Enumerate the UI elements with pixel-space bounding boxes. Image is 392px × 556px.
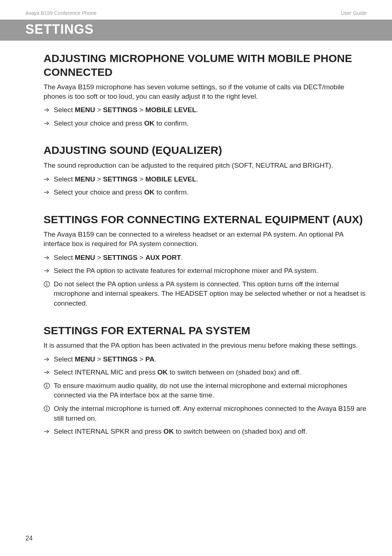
list-item: Select your choice and press OK to confi… <box>44 119 367 128</box>
item-text: Select MENU > SETTINGS > MOBILE LEVEL. <box>54 175 367 184</box>
section-intro: The sound reproduction can be adjusted t… <box>44 161 367 170</box>
arrow-icon <box>44 188 54 197</box>
section-heading: SETTINGS FOR EXTERNAL PA SYSTEM <box>44 324 367 338</box>
item-text: Do not select the PA option unless a PA … <box>54 279 367 308</box>
list-item: Select INTERNAL MIC and press OK to swit… <box>44 368 367 377</box>
section-heading: ADJUSTING MICROPHONE VOLUME WITH MOBILE … <box>44 52 367 79</box>
svg-point-4 <box>46 384 47 385</box>
section-intro: It is assumed that the PA option has bee… <box>44 341 367 350</box>
item-text: Select INTERNAL SPKR and press OK to swi… <box>54 427 367 437</box>
item-text: Only the internal microphone is turned o… <box>54 404 367 423</box>
item-text: Select your choice and press OK to confi… <box>54 119 367 128</box>
section-intro: The Avaya B159 microphone has seven volu… <box>44 82 367 101</box>
header-row: Avaya B159 Conference Phone User Guide <box>0 0 392 20</box>
list-item: Select MENU > SETTINGS > PA. <box>44 355 367 364</box>
list-item: Do not select the PA option unless a PA … <box>44 279 367 308</box>
section: SETTINGS FOR EXTERNAL PA SYSTEMIt is ass… <box>44 324 367 437</box>
arrow-icon <box>44 119 54 128</box>
svg-rect-8 <box>46 408 47 410</box>
arrow-icon <box>44 266 54 275</box>
content: ADJUSTING MICROPHONE VOLUME WITH MOBILE … <box>0 41 392 437</box>
section-heading: ADJUSTING SOUND (EQUALIZER) <box>44 143 367 157</box>
item-text: Select MENU > SETTINGS > AUX PORT. <box>54 253 367 263</box>
svg-point-1 <box>46 282 47 283</box>
arrow-icon <box>44 105 54 114</box>
arrow-icon <box>44 175 54 184</box>
svg-rect-2 <box>46 284 47 286</box>
header-left: Avaya B159 Conference Phone <box>25 10 97 16</box>
item-text: To ensure maximum audio quality, do not … <box>54 381 367 400</box>
svg-point-7 <box>46 407 47 408</box>
info-icon <box>44 279 54 289</box>
info-icon <box>44 381 54 390</box>
arrow-icon <box>44 427 54 436</box>
item-text: Select MENU > SETTINGS > PA. <box>54 355 367 364</box>
header-right: User Guide <box>341 10 367 16</box>
item-text: Select the PA option to activate feature… <box>54 266 367 276</box>
arrow-icon <box>44 355 54 364</box>
item-text: Select your choice and press OK to confi… <box>54 188 367 197</box>
svg-rect-5 <box>46 385 47 387</box>
section: ADJUSTING SOUND (EQUALIZER)The sound rep… <box>44 143 367 197</box>
list-item: Select the PA option to activate feature… <box>44 266 367 276</box>
arrow-icon <box>44 253 54 262</box>
page-number: 24 <box>25 535 33 542</box>
page-title: SETTINGS <box>25 22 367 37</box>
info-icon <box>44 404 54 413</box>
list-item: Select MENU > SETTINGS > MOBILE LEVEL. <box>44 175 367 184</box>
section: ADJUSTING MICROPHONE VOLUME WITH MOBILE … <box>44 52 367 128</box>
list-item: Select MENU > SETTINGS > MOBILE LEVEL. <box>44 105 367 115</box>
list-item: Select INTERNAL SPKR and press OK to swi… <box>44 427 367 437</box>
list-item: Only the internal microphone is turned o… <box>44 404 367 423</box>
title-bar: SETTINGS <box>0 20 392 41</box>
arrow-icon <box>44 368 54 377</box>
list-item: Select your choice and press OK to confi… <box>44 188 367 197</box>
item-text: Select INTERNAL MIC and press OK to swit… <box>54 368 367 377</box>
item-text: Select MENU > SETTINGS > MOBILE LEVEL. <box>54 105 367 115</box>
list-item: Select MENU > SETTINGS > AUX PORT. <box>44 253 367 263</box>
section: SETTINGS FOR CONNECTING EXTERNAL EQUIPME… <box>44 213 367 308</box>
section-heading: SETTINGS FOR CONNECTING EXTERNAL EQUIPME… <box>44 213 367 226</box>
list-item: To ensure maximum audio quality, do not … <box>44 381 367 400</box>
section-intro: The Avaya B159 can be connected to a wir… <box>44 230 367 248</box>
